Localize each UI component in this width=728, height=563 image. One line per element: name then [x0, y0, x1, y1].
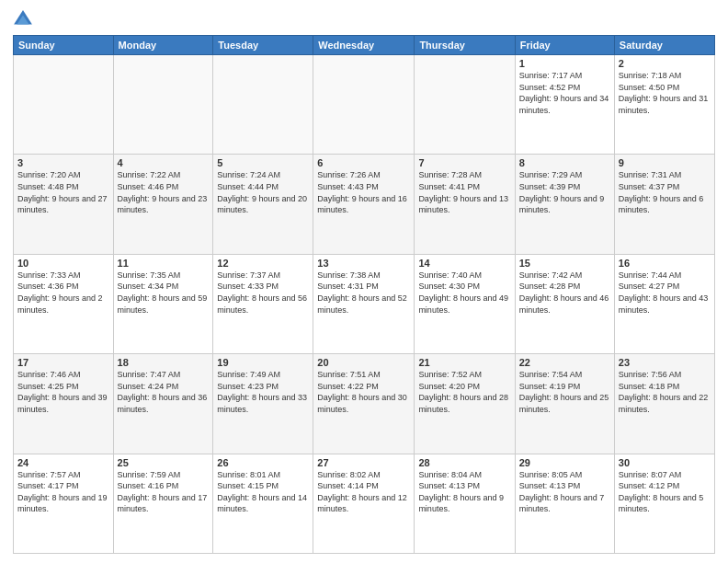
day-info: Sunrise: 8:05 AM Sunset: 4:13 PM Dayligh… [519, 469, 610, 515]
day-number: 15 [519, 258, 610, 269]
day-info: Sunrise: 8:02 AM Sunset: 4:14 PM Dayligh… [317, 469, 410, 515]
day-info: Sunrise: 7:47 AM Sunset: 4:24 PM Dayligh… [118, 369, 210, 415]
calendar-cell: 1Sunrise: 7:17 AM Sunset: 4:52 PM Daylig… [515, 55, 614, 155]
page: SundayMondayTuesdayWednesdayThursdayFrid… [0, 0, 728, 563]
calendar-cell: 25Sunrise: 7:59 AM Sunset: 4:16 PM Dayli… [113, 454, 213, 553]
day-number: 9 [619, 157, 711, 168]
logo-icon [13, 9, 33, 29]
calendar-cell: 18Sunrise: 7:47 AM Sunset: 4:24 PM Dayli… [113, 354, 213, 454]
day-info: Sunrise: 7:31 AM Sunset: 4:37 PM Dayligh… [619, 169, 711, 215]
calendar-cell: 22Sunrise: 7:54 AM Sunset: 4:19 PM Dayli… [515, 354, 614, 454]
day-info: Sunrise: 7:42 AM Sunset: 4:28 PM Dayligh… [519, 270, 610, 316]
day-info: Sunrise: 7:37 AM Sunset: 4:33 PM Dayligh… [217, 270, 309, 316]
calendar-cell [113, 55, 213, 155]
day-info: Sunrise: 8:01 AM Sunset: 4:15 PM Dayligh… [217, 469, 309, 515]
day-number: 21 [418, 357, 510, 368]
day-info: Sunrise: 7:33 AM Sunset: 4:36 PM Dayligh… [17, 270, 109, 316]
calendar-cell: 16Sunrise: 7:44 AM Sunset: 4:27 PM Dayli… [614, 254, 714, 353]
day-info: Sunrise: 7:24 AM Sunset: 4:44 PM Dayligh… [217, 169, 309, 215]
calendar-cell: 4Sunrise: 7:22 AM Sunset: 4:46 PM Daylig… [113, 155, 213, 254]
day-info: Sunrise: 7:52 AM Sunset: 4:20 PM Dayligh… [418, 369, 510, 415]
calendar-cell [14, 55, 114, 155]
day-number: 17 [17, 357, 109, 368]
calendar-week-row: 24Sunrise: 7:57 AM Sunset: 4:17 PM Dayli… [14, 454, 715, 553]
weekday-header: Wednesday [313, 36, 415, 55]
day-number: 24 [17, 457, 109, 468]
day-number: 3 [17, 157, 109, 168]
calendar-week-row: 3Sunrise: 7:20 AM Sunset: 4:48 PM Daylig… [14, 155, 715, 254]
calendar-cell: 8Sunrise: 7:29 AM Sunset: 4:39 PM Daylig… [515, 155, 614, 254]
day-number: 1 [519, 58, 610, 69]
day-info: Sunrise: 7:51 AM Sunset: 4:22 PM Dayligh… [317, 369, 410, 415]
day-number: 23 [619, 357, 711, 368]
day-info: Sunrise: 7:40 AM Sunset: 4:30 PM Dayligh… [418, 270, 510, 316]
day-number: 14 [418, 258, 510, 269]
day-number: 8 [519, 157, 610, 168]
day-number: 20 [317, 357, 410, 368]
calendar-cell: 15Sunrise: 7:42 AM Sunset: 4:28 PM Dayli… [515, 254, 614, 353]
day-number: 12 [217, 258, 309, 269]
day-number: 29 [519, 457, 610, 468]
calendar-cell: 5Sunrise: 7:24 AM Sunset: 4:44 PM Daylig… [213, 155, 313, 254]
day-number: 16 [619, 258, 711, 269]
day-info: Sunrise: 7:59 AM Sunset: 4:16 PM Dayligh… [118, 469, 210, 515]
calendar-cell: 6Sunrise: 7:26 AM Sunset: 4:43 PM Daylig… [313, 155, 415, 254]
day-number: 28 [418, 457, 510, 468]
calendar-cell: 24Sunrise: 7:57 AM Sunset: 4:17 PM Dayli… [14, 454, 114, 553]
day-info: Sunrise: 7:22 AM Sunset: 4:46 PM Dayligh… [118, 169, 210, 215]
day-number: 18 [118, 357, 210, 368]
calendar-cell: 27Sunrise: 8:02 AM Sunset: 4:14 PM Dayli… [313, 454, 415, 553]
day-info: Sunrise: 7:38 AM Sunset: 4:31 PM Dayligh… [317, 270, 410, 316]
day-number: 7 [418, 157, 510, 168]
calendar-cell: 29Sunrise: 8:05 AM Sunset: 4:13 PM Dayli… [515, 454, 614, 553]
day-number: 27 [317, 457, 410, 468]
calendar-cell [213, 55, 313, 155]
day-info: Sunrise: 7:56 AM Sunset: 4:18 PM Dayligh… [619, 369, 711, 415]
day-number: 5 [217, 157, 309, 168]
calendar-week-row: 1Sunrise: 7:17 AM Sunset: 4:52 PM Daylig… [14, 55, 715, 155]
calendar-cell: 26Sunrise: 8:01 AM Sunset: 4:15 PM Dayli… [213, 454, 313, 553]
day-info: Sunrise: 7:20 AM Sunset: 4:48 PM Dayligh… [17, 169, 109, 215]
logo [13, 9, 37, 29]
day-number: 25 [118, 457, 210, 468]
day-number: 30 [619, 457, 711, 468]
day-number: 11 [118, 258, 210, 269]
calendar-cell: 7Sunrise: 7:28 AM Sunset: 4:41 PM Daylig… [415, 155, 515, 254]
weekday-header: Thursday [415, 36, 515, 55]
day-info: Sunrise: 7:54 AM Sunset: 4:19 PM Dayligh… [519, 369, 610, 415]
calendar-cell: 20Sunrise: 7:51 AM Sunset: 4:22 PM Dayli… [313, 354, 415, 454]
day-number: 22 [519, 357, 610, 368]
day-info: Sunrise: 7:17 AM Sunset: 4:52 PM Dayligh… [519, 70, 610, 116]
calendar-cell: 17Sunrise: 7:46 AM Sunset: 4:25 PM Dayli… [14, 354, 114, 454]
calendar-cell: 28Sunrise: 8:04 AM Sunset: 4:13 PM Dayli… [415, 454, 515, 553]
calendar-cell: 13Sunrise: 7:38 AM Sunset: 4:31 PM Dayli… [313, 254, 415, 353]
weekday-header: Tuesday [213, 36, 313, 55]
calendar-cell: 23Sunrise: 7:56 AM Sunset: 4:18 PM Dayli… [614, 354, 714, 454]
calendar-cell: 11Sunrise: 7:35 AM Sunset: 4:34 PM Dayli… [113, 254, 213, 353]
day-info: Sunrise: 7:28 AM Sunset: 4:41 PM Dayligh… [418, 169, 510, 215]
weekday-header: Monday [113, 36, 213, 55]
calendar-week-row: 17Sunrise: 7:46 AM Sunset: 4:25 PM Dayli… [14, 354, 715, 454]
day-info: Sunrise: 7:26 AM Sunset: 4:43 PM Dayligh… [317, 169, 410, 215]
day-number: 13 [317, 258, 410, 269]
calendar-cell: 3Sunrise: 7:20 AM Sunset: 4:48 PM Daylig… [14, 155, 114, 254]
calendar-week-row: 10Sunrise: 7:33 AM Sunset: 4:36 PM Dayli… [14, 254, 715, 353]
day-info: Sunrise: 7:35 AM Sunset: 4:34 PM Dayligh… [118, 270, 210, 316]
weekday-header: Sunday [14, 36, 114, 55]
day-number: 10 [17, 258, 109, 269]
day-number: 4 [118, 157, 210, 168]
calendar-cell: 9Sunrise: 7:31 AM Sunset: 4:37 PM Daylig… [614, 155, 714, 254]
calendar-cell: 10Sunrise: 7:33 AM Sunset: 4:36 PM Dayli… [14, 254, 114, 353]
calendar-cell: 19Sunrise: 7:49 AM Sunset: 4:23 PM Dayli… [213, 354, 313, 454]
day-info: Sunrise: 8:04 AM Sunset: 4:13 PM Dayligh… [418, 469, 510, 515]
day-number: 19 [217, 357, 309, 368]
day-info: Sunrise: 7:46 AM Sunset: 4:25 PM Dayligh… [17, 369, 109, 415]
day-info: Sunrise: 7:49 AM Sunset: 4:23 PM Dayligh… [217, 369, 309, 415]
calendar-cell: 30Sunrise: 8:07 AM Sunset: 4:12 PM Dayli… [614, 454, 714, 553]
calendar-cell: 12Sunrise: 7:37 AM Sunset: 4:33 PM Dayli… [213, 254, 313, 353]
weekday-header: Saturday [614, 36, 714, 55]
calendar-cell: 2Sunrise: 7:18 AM Sunset: 4:50 PM Daylig… [614, 55, 714, 155]
calendar-cell: 21Sunrise: 7:52 AM Sunset: 4:20 PM Dayli… [415, 354, 515, 454]
day-info: Sunrise: 7:29 AM Sunset: 4:39 PM Dayligh… [519, 169, 610, 215]
day-info: Sunrise: 7:57 AM Sunset: 4:17 PM Dayligh… [17, 469, 109, 515]
